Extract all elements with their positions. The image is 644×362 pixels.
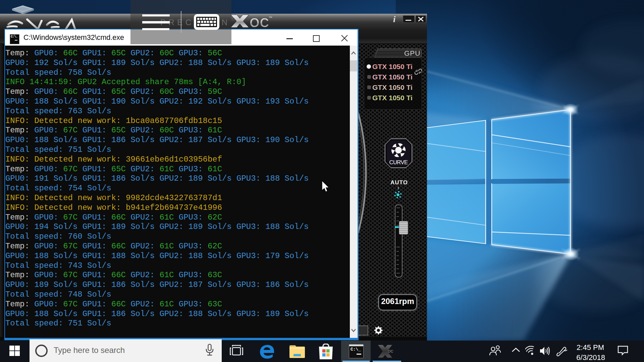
svg-text:OC: OC: [250, 16, 269, 30]
svg-text:OC: OC: [388, 349, 393, 353]
svg-text:CURVE: CURVE: [389, 159, 408, 165]
svg-text:™: ™: [269, 16, 272, 20]
svg-text:GPU: GPU: [404, 49, 421, 57]
